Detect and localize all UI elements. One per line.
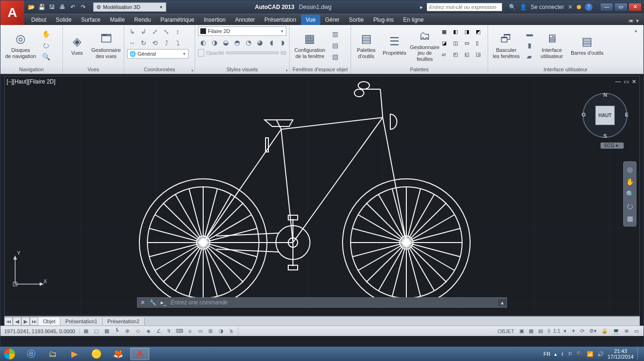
pan-icon[interactable]: ✋ bbox=[41, 29, 51, 39]
taskbar-firefox-icon[interactable]: 🦊 bbox=[109, 348, 128, 360]
tab-annoter[interactable]: Annoter bbox=[231, 15, 260, 25]
navbar-zoom-icon[interactable]: 🔍 bbox=[626, 190, 634, 198]
tab-insertion[interactable]: Insertion bbox=[199, 15, 231, 25]
status-qp-icon[interactable]: ⊞ bbox=[206, 327, 215, 336]
status-annovis-icon[interactable]: ✶ bbox=[569, 328, 577, 334]
opacity-slider[interactable] bbox=[226, 51, 279, 54]
status-hardware-icon[interactable]: 💻 bbox=[611, 328, 621, 334]
command-line[interactable]: ✕ 🔧 ▸_ Entrez une commande ▴ bbox=[137, 297, 507, 308]
navbar-orbit-icon[interactable]: ⭮ bbox=[627, 202, 633, 210]
taskbar-explorer-icon[interactable]: 🗂 bbox=[43, 348, 62, 360]
taskbar-wmp-icon[interactable]: ▶ bbox=[65, 348, 84, 360]
properties-button[interactable]: ☰ Propriétés bbox=[381, 33, 408, 57]
status-ortho-icon[interactable]: ┗ bbox=[112, 327, 122, 336]
status-modelspace-icon[interactable]: ▣ bbox=[517, 328, 526, 334]
switch-windows-button[interactable]: 🗗 Basculer les fenêtres bbox=[491, 30, 522, 60]
taskbar-chrome-icon[interactable]: 🟡 bbox=[87, 348, 106, 360]
ui-button[interactable]: 🖥 Interface utilisateur bbox=[538, 30, 566, 60]
tab-plugins[interactable]: Plug-ins bbox=[369, 15, 398, 25]
status-qv-layouts-icon[interactable]: ▦ bbox=[527, 328, 535, 334]
tab-presentation[interactable]: Présentation bbox=[260, 15, 301, 25]
layout-next-icon[interactable]: ▶ bbox=[21, 317, 30, 326]
status-model-label[interactable]: OBJET bbox=[496, 328, 516, 334]
layout-tab-presentation2[interactable]: Présentation2 bbox=[103, 318, 145, 325]
status-ws-icon[interactable]: ⚙▾ bbox=[587, 328, 599, 334]
show-desktop-button[interactable] bbox=[637, 348, 641, 360]
status-snap-icon[interactable]: ▢ bbox=[92, 327, 101, 336]
tray-showhidden-icon[interactable]: ▴ bbox=[554, 351, 557, 357]
tab-enligne[interactable]: En ligne bbox=[398, 15, 428, 25]
status-annoauto-icon[interactable]: ⟳ bbox=[578, 328, 586, 334]
status-grid-icon[interactable]: ▩ bbox=[102, 327, 112, 336]
tool-palettes-button[interactable]: ▤ Palettes d'outils bbox=[354, 30, 378, 60]
view-manager-button[interactable]: 🗔 Gestionnaire des vues bbox=[91, 30, 121, 60]
vp-close-icon[interactable]: ✕ bbox=[632, 78, 636, 85]
search-input[interactable] bbox=[427, 3, 502, 11]
panel-coord-expand-icon[interactable]: ▾ bbox=[191, 67, 193, 75]
qat-plot-icon[interactable]: 🖶 bbox=[58, 3, 67, 11]
tile-v-icon[interactable]: ▮ bbox=[524, 40, 535, 50]
tab-gerer[interactable]: Gérer bbox=[320, 15, 344, 25]
status-3dosnap-icon[interactable]: ◈ bbox=[144, 327, 153, 336]
taskbar-autocad-icon[interactable]: A bbox=[130, 348, 149, 360]
viewcube-face[interactable]: HAUT bbox=[595, 106, 615, 125]
status-infer-icon[interactable]: ▦ bbox=[81, 327, 91, 336]
layout-tab-objet[interactable]: Objet bbox=[38, 318, 60, 325]
nav-wheels-button[interactable]: ◎ Disques de navigation bbox=[3, 30, 38, 60]
tray-network-icon[interactable]: 📶 bbox=[587, 351, 593, 357]
layout-tab-presentation1[interactable]: Présentation1 bbox=[60, 318, 103, 325]
layout-prev-icon[interactable]: ◀ bbox=[13, 317, 21, 326]
maximize-button[interactable]: ▭ bbox=[614, 3, 627, 11]
tab-sortie[interactable]: Sortie bbox=[344, 15, 369, 25]
opacity-toggle[interactable] bbox=[198, 49, 204, 57]
signin-icon[interactable]: 👤 bbox=[520, 4, 527, 10]
status-dyn-icon[interactable]: ⌨ bbox=[175, 327, 184, 336]
status-coords[interactable]: 1971.0241, 1193.9045, 0.0000 bbox=[0, 328, 79, 334]
cmd-settings-icon[interactable]: 🔧 bbox=[148, 299, 158, 306]
orbit-icon[interactable]: ⭮ bbox=[41, 40, 51, 50]
toolbars-button[interactable]: ▤ Barres d'outils bbox=[569, 33, 605, 57]
bullet-icon[interactable]: 📼 ▾ bbox=[623, 17, 644, 25]
status-sc-icon[interactable]: ◑ bbox=[216, 327, 226, 336]
ucs-icon[interactable]: ↳ bbox=[127, 26, 137, 37]
tray-clock[interactable]: 21:43 17/12/2014 bbox=[608, 348, 634, 360]
status-qv-drawings-icon[interactable]: ▤ bbox=[536, 328, 545, 334]
tile-h-icon[interactable]: ▬ bbox=[524, 29, 535, 39]
tray-bluetooth-icon[interactable]: ᚼ bbox=[561, 351, 564, 357]
start-button[interactable] bbox=[0, 347, 19, 361]
status-ducs-icon[interactable]: ↯ bbox=[164, 327, 174, 336]
cascade-icon[interactable]: ▰ bbox=[524, 51, 535, 62]
signin-label[interactable]: Se connecter bbox=[531, 4, 564, 10]
visual-style-combo[interactable]: Filaire 2D ▼ bbox=[198, 26, 286, 36]
vp-config-button[interactable]: ▦ Configuration de la fenêtre bbox=[292, 30, 327, 60]
qat-redo-icon[interactable]: ↷ bbox=[79, 3, 87, 11]
vp-maximize-icon[interactable]: ▭ bbox=[624, 78, 629, 85]
cmd-history-icon[interactable]: ▴ bbox=[498, 299, 507, 306]
tray-flag-icon[interactable]: ⚐ bbox=[568, 351, 573, 357]
status-otrack-icon[interactable]: ∠ bbox=[154, 327, 163, 336]
qat-open-icon[interactable]: 📂 bbox=[27, 3, 35, 11]
workspace-combo[interactable]: ⚙ Modélisation 3D ▼ bbox=[93, 2, 166, 12]
status-annoscale-icon[interactable]: ⟠ 1:1 ▾ bbox=[546, 328, 568, 334]
status-tpy-icon[interactable]: ▭ bbox=[196, 327, 205, 336]
vp-join-icon[interactable]: ▤ bbox=[330, 40, 340, 50]
ribbon-collapse-icon[interactable]: ▴ bbox=[632, 26, 640, 34]
vp-minimize-icon[interactable]: — bbox=[615, 78, 621, 85]
status-polar-icon[interactable]: ⊕ bbox=[123, 327, 132, 336]
status-lwt-icon[interactable]: ≡ bbox=[185, 327, 195, 336]
sheetset-button[interactable]: 🗂 Gestionnaire jeu de feuilles bbox=[411, 27, 439, 63]
viewcube-n[interactable]: N bbox=[603, 92, 607, 98]
navbar-wheel-icon[interactable]: ◎ bbox=[627, 166, 633, 173]
tray-lang[interactable]: FR bbox=[543, 351, 550, 357]
viewcube-o[interactable]: O bbox=[582, 112, 586, 118]
tab-surface[interactable]: Surface bbox=[76, 15, 105, 25]
status-osnap-icon[interactable]: ◇ bbox=[133, 327, 143, 336]
tab-rendu[interactable]: Rendu bbox=[129, 15, 155, 25]
qat-save-icon[interactable]: 💾 bbox=[37, 3, 46, 11]
status-isolate-icon[interactable]: 👁 bbox=[622, 328, 631, 334]
cmd-close-icon[interactable]: ✕ bbox=[137, 299, 148, 306]
drawing-area[interactable]: [–][Haut][Filaire 2D] — ▭ ✕ HAUT N S O E… bbox=[4, 76, 640, 316]
exchange-icon[interactable]: ✕ bbox=[568, 4, 573, 10]
layout-last-icon[interactable]: ⏭ bbox=[30, 317, 38, 326]
viewcube-e[interactable]: E bbox=[625, 112, 628, 118]
